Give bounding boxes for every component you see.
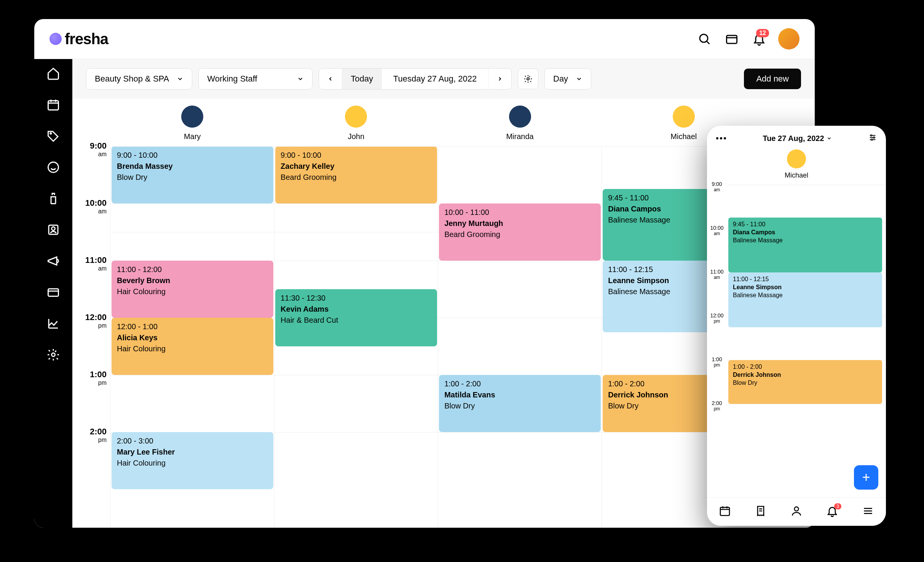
calendar-settings-button[interactable] <box>518 69 538 89</box>
nav-products[interactable] <box>46 192 60 207</box>
svg-rect-8 <box>48 289 59 296</box>
mobile-nav-calendar[interactable] <box>719 505 731 519</box>
mobile-staff-avatar <box>787 149 806 168</box>
mobile-appointment-event[interactable]: 11:00 - 12:15Leanne SimpsonBalinese Mass… <box>728 272 882 327</box>
mobile-filter-button[interactable] <box>868 133 877 143</box>
appointment-event[interactable]: 9:00 - 10:00Brenda MasseyBlow Dry <box>112 146 273 203</box>
appointment-event[interactable]: 1:00 - 2:00Matilda EvansBlow Dry <box>439 375 601 432</box>
svg-point-4 <box>50 133 51 134</box>
hour-label: 12:00 <box>72 312 107 322</box>
staff-header[interactable]: Mary <box>110 99 274 146</box>
event-time: 10:00 - 11:00 <box>444 207 595 218</box>
chevron-down-icon <box>827 136 832 141</box>
nav-settings[interactable] <box>46 348 60 363</box>
mobile-appointment-event[interactable]: 9:45 - 11:00Diana CamposBalinese Massage <box>728 218 882 272</box>
event-client: Alicia Keys <box>117 333 268 343</box>
staff-column-miranda[interactable]: 10:00 - 11:00Jenny MurtaughBeard Groomin… <box>438 146 602 528</box>
staff-avatar <box>509 106 531 128</box>
receipt-icon <box>755 505 767 517</box>
appointment-event[interactable]: 10:00 - 11:00Jenny MurtaughBeard Groomin… <box>439 203 601 261</box>
nav-home[interactable] <box>46 67 60 82</box>
current-date[interactable]: Tuesday 27 Aug, 2022 <box>382 69 488 89</box>
mobile-bottom-nav: 3 <box>707 497 886 526</box>
chevron-down-icon <box>177 75 184 82</box>
content: Beauty Shop & SPA Working Staff Today Tu… <box>72 59 815 528</box>
hour-label: 1:00 <box>72 370 107 379</box>
mobile-appointment-event[interactable]: 1:00 - 2:00Derrick JohnsonBlow Dry <box>728 360 882 404</box>
mobile-date-picker[interactable]: Tue 27 Aug, 2022 <box>763 134 831 143</box>
nav-sales[interactable] <box>46 129 60 144</box>
ampm-label: am <box>72 265 107 272</box>
event-service: Beard Grooming <box>281 172 432 183</box>
hour-label: 12:00 <box>707 312 727 319</box>
nav-clients[interactable] <box>46 160 60 176</box>
smile-icon <box>46 160 60 174</box>
staff-header[interactable]: Miranda <box>438 99 602 146</box>
event-time: 9:45 - 11:00 <box>733 221 878 229</box>
hour-label: 9:00 <box>707 181 727 187</box>
search-button[interactable] <box>696 30 713 47</box>
mobile-nav-sales[interactable] <box>755 505 767 519</box>
appointment-event[interactable]: 9:00 - 10:00Zachary KelleyBeard Grooming <box>275 146 437 203</box>
staff-column-mary[interactable]: 9:00 - 10:00Brenda MasseyBlow Dry11:00 -… <box>110 146 274 528</box>
hour-label: 10:00 <box>707 225 727 231</box>
chart-icon <box>46 317 60 330</box>
location-dropdown[interactable]: Beauty Shop & SPA <box>86 68 192 90</box>
prev-day-button[interactable] <box>319 69 342 89</box>
appointment-event[interactable]: 12:00 - 1:00Alicia KeysHair Colouring <box>112 318 273 375</box>
staff-header[interactable]: John <box>274 99 438 146</box>
topbar-actions: 12 <box>696 28 800 50</box>
svg-line-1 <box>707 42 710 44</box>
calendar-icon <box>46 98 60 112</box>
nav-reports[interactable] <box>46 317 60 332</box>
mobile-nav-notifications[interactable]: 3 <box>826 505 838 519</box>
mobile-nav-more[interactable] <box>862 505 874 519</box>
hour-label: 2:00 <box>707 400 727 406</box>
next-day-button[interactable] <box>488 69 511 89</box>
view-dropdown[interactable]: Day <box>544 68 591 90</box>
calendar-toolbar: Beauty Shop & SPA Working Staff Today Tu… <box>72 59 815 99</box>
nav-marketing[interactable] <box>46 254 60 269</box>
mobile-add-button[interactable]: + <box>854 465 878 490</box>
mobile-view: Tue 27 Aug, 2022 Michael 9:00am 10:00am … <box>707 126 886 526</box>
notifications-button[interactable]: 12 <box>751 30 768 47</box>
event-client: Leanne Simpson <box>733 283 878 291</box>
staff-column-john[interactable]: 9:00 - 10:00Zachary KelleyBeard Grooming… <box>274 146 438 528</box>
mobile-menu-button[interactable] <box>716 137 726 139</box>
search-icon <box>697 32 711 46</box>
today-button[interactable]: Today <box>342 69 382 89</box>
svg-point-9 <box>52 353 55 357</box>
nav-calendar[interactable] <box>46 98 60 113</box>
staff-dropdown[interactable]: Working Staff <box>198 68 313 90</box>
event-service: Balinese Massage <box>733 291 878 299</box>
appointment-event[interactable]: 11:30 - 12:30Kevin AdamsHair & Beard Cut <box>275 289 437 346</box>
staff-avatar <box>181 106 203 128</box>
appointment-event[interactable]: 11:00 - 12:00Beverly BrownHair Colouring <box>112 261 273 318</box>
event-client: Zachary Kelley <box>281 161 432 171</box>
megaphone-icon <box>46 254 60 268</box>
event-client: Mary Lee Fisher <box>117 447 268 457</box>
user-icon <box>790 505 803 517</box>
today-label: Today <box>351 74 373 84</box>
ampm-label: pm <box>707 362 727 368</box>
event-time: 1:00 - 2:00 <box>444 379 595 389</box>
date-navigator: Today Tuesday 27 Aug, 2022 <box>319 68 512 90</box>
mobile-grid[interactable]: 9:45 - 11:00Diana CamposBalinese Massage… <box>727 185 886 497</box>
mobile-staff-header: Michael <box>707 147 886 185</box>
user-avatar[interactable] <box>778 28 800 50</box>
appointment-event[interactable]: 2:00 - 3:00Mary Lee FisherHair Colouring <box>112 432 273 489</box>
event-time: 12:00 - 1:00 <box>117 322 268 332</box>
mobile-nav-clients[interactable] <box>790 505 803 519</box>
tag-icon <box>46 129 60 143</box>
event-time: 11:00 - 12:00 <box>117 264 268 275</box>
nav-team[interactable] <box>46 223 60 238</box>
nav-payments[interactable] <box>46 285 60 301</box>
chevron-left-icon <box>327 76 334 82</box>
wallet-button[interactable] <box>723 30 740 47</box>
ampm-label: am <box>707 187 727 192</box>
view-label: Day <box>553 74 568 84</box>
date-label: Tuesday 27 Aug, 2022 <box>393 74 477 84</box>
add-new-button[interactable]: Add new <box>744 69 801 89</box>
staff-name: Mary <box>184 132 201 141</box>
calendar-body: 9:00am 10:00am 11:00am 12:00pm 1:00pm 2:… <box>72 146 815 528</box>
